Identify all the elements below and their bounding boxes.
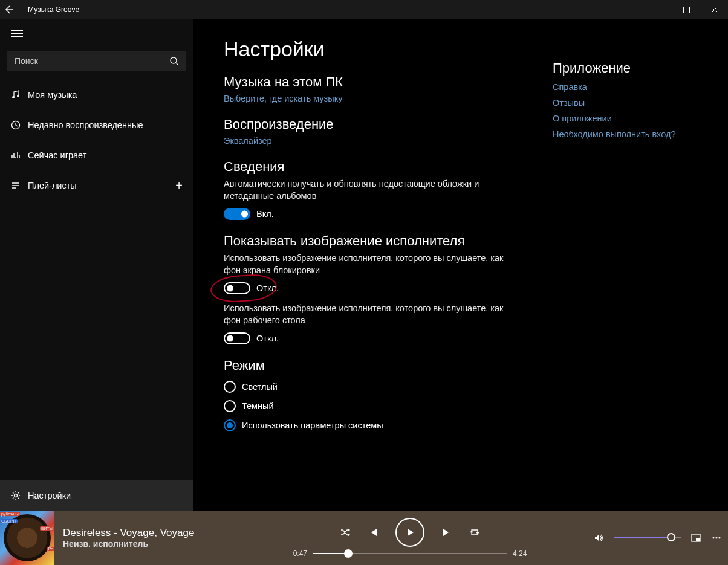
volume-fill — [614, 537, 672, 538]
svg-point-9 — [716, 537, 718, 539]
player-controls-right — [594, 532, 722, 543]
svg-point-2 — [12, 96, 15, 98]
svg-rect-0 — [683, 7, 689, 13]
metadata-toggle-label: Вкл. — [256, 209, 274, 219]
player-controls-center: 0:47 4:24 — [226, 518, 594, 558]
playlist-icon — [11, 181, 28, 190]
radio-label: Светлый — [242, 382, 278, 392]
section-info-heading: Сведения — [224, 159, 516, 175]
svg-point-1 — [171, 57, 177, 63]
sidebar-item-label: Настройки — [28, 491, 71, 500]
search-icon — [169, 56, 179, 66]
section-playback-heading: Воспроизведение — [224, 117, 516, 132]
app-title: Музыка Groove — [28, 5, 79, 14]
equalizer-icon — [11, 150, 28, 160]
sidebar-item-label: Недавно воспроизведенные — [28, 120, 143, 130]
back-button[interactable] — [4, 5, 28, 15]
volume-bar[interactable] — [614, 537, 681, 538]
clock-icon — [11, 120, 28, 130]
lockscreen-toggle-label: Откл. — [256, 283, 279, 293]
info-desc: Автоматически получать и обновлять недос… — [224, 178, 516, 202]
previous-button[interactable] — [368, 527, 379, 538]
duration-time: 4:24 — [513, 549, 527, 558]
page-title: Настройки — [224, 37, 516, 61]
shuffle-button[interactable] — [340, 527, 351, 538]
section-mode-heading: Режим — [224, 358, 516, 373]
main-area: Моя музыка Недавно воспроизведенные Сейч… — [0, 19, 728, 511]
svg-point-10 — [719, 537, 721, 539]
volume-knob[interactable] — [667, 533, 675, 541]
help-link[interactable]: Справка — [553, 82, 698, 92]
close-button[interactable] — [700, 0, 728, 19]
track-title: Desireless - Voyage, Voyage — [63, 527, 226, 539]
about-link[interactable]: О приложении — [553, 114, 698, 123]
sidebar-item-now-playing[interactable]: Сейчас играет — [0, 140, 193, 170]
search-input[interactable] — [15, 56, 169, 66]
shuffle-icon — [340, 527, 351, 538]
progress-fill — [313, 553, 348, 554]
lockscreen-toggle[interactable] — [224, 282, 250, 294]
maximize-icon — [683, 7, 690, 13]
sidebar-item-label: Моя музыка — [28, 90, 77, 100]
radio-icon — [224, 400, 236, 412]
section-local-heading: Музыка на этом ПК — [224, 74, 516, 90]
sidebar-item-recent[interactable]: Недавно воспроизведенные — [0, 110, 193, 140]
more-icon — [711, 532, 722, 543]
progress-bar[interactable] — [313, 553, 507, 554]
volume-icon — [594, 532, 605, 543]
radio-label: Темный — [242, 401, 274, 411]
previous-icon — [368, 527, 379, 538]
desktop-toggle-label: Откл. — [256, 334, 279, 343]
repeat-icon — [469, 527, 480, 538]
mode-option-light[interactable]: Светлый — [224, 381, 516, 393]
repeat-button[interactable] — [469, 527, 480, 538]
titlebar: Музыка Groove — [0, 0, 728, 19]
music-note-icon — [11, 90, 28, 100]
sidebar-item-my-music[interactable]: Моя музыка — [0, 80, 193, 110]
mode-option-system[interactable]: Использовать параметры системы — [224, 419, 516, 431]
miniview-button[interactable] — [691, 532, 701, 543]
sidebar-item-settings[interactable]: Настройки — [0, 480, 193, 511]
settings-content: Настройки Музыка на этом ПК Выберите, гд… — [193, 19, 728, 511]
equalizer-link[interactable]: Эквалайзер — [224, 136, 516, 146]
radio-label: Использовать параметры системы — [242, 421, 383, 430]
play-icon — [405, 527, 415, 538]
settings-main-column: Настройки Музыка на этом ПК Выберите, гд… — [224, 37, 516, 499]
svg-rect-7 — [696, 538, 700, 541]
sidebar-item-playlists[interactable]: Плей-листы + — [0, 170, 193, 201]
track-artist: Неизв. исполнитель — [63, 539, 226, 549]
back-arrow-icon — [4, 5, 13, 15]
more-button[interactable] — [711, 532, 722, 543]
progress-knob[interactable] — [344, 549, 353, 558]
lockscreen-desc: Использовать изображение исполнителя, ко… — [224, 253, 516, 276]
choose-folders-link[interactable]: Выберите, где искать музыку — [224, 94, 516, 103]
volume-button[interactable] — [594, 532, 605, 543]
miniview-icon — [691, 532, 701, 543]
hamburger-button[interactable] — [0, 19, 193, 47]
next-icon — [441, 527, 452, 538]
minimize-button[interactable] — [645, 0, 672, 19]
sidebar-item-label: Сейчас играет — [28, 150, 86, 160]
maximize-button[interactable] — [672, 0, 700, 19]
add-playlist-button[interactable]: + — [175, 179, 183, 193]
album-art[interactable]: рубежныСБОРНБИТЫРе — [0, 511, 54, 565]
aside-heading: Приложение — [553, 60, 698, 76]
signin-link[interactable]: Необходимо выполнить вход? — [553, 129, 698, 139]
minimize-icon — [655, 7, 662, 13]
window-controls — [645, 0, 728, 19]
close-icon — [711, 7, 718, 13]
feedback-link[interactable]: Отзывы — [553, 98, 698, 108]
desktop-desc: Использовать изображение исполнителя, ко… — [224, 303, 516, 326]
mode-option-dark[interactable]: Темный — [224, 400, 516, 412]
sidebar-item-label: Плей-листы — [28, 181, 77, 190]
metadata-toggle[interactable] — [224, 208, 250, 220]
desktop-toggle[interactable] — [224, 332, 250, 344]
play-button[interactable] — [395, 518, 424, 547]
next-button[interactable] — [441, 527, 452, 538]
gear-icon — [11, 491, 28, 500]
svg-point-3 — [17, 95, 19, 97]
search-box[interactable] — [7, 51, 186, 71]
radio-icon — [224, 419, 236, 431]
elapsed-time: 0:47 — [293, 549, 307, 558]
svg-point-5 — [15, 494, 18, 497]
